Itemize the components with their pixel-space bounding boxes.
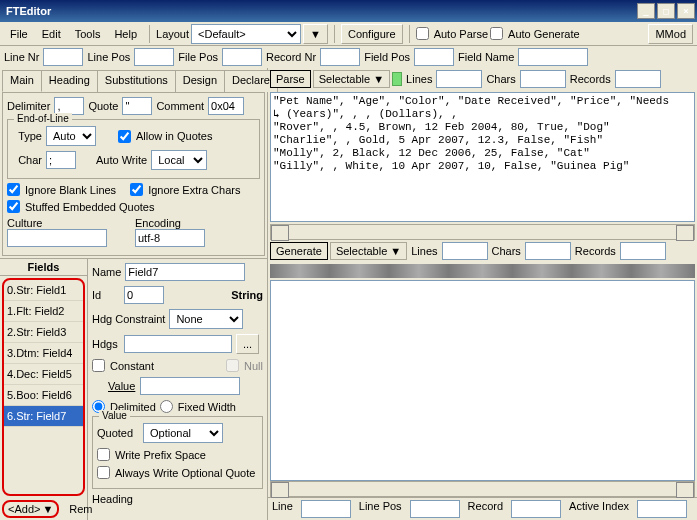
ignoreextra-check[interactable]: Ignore Extra Chars — [130, 183, 240, 196]
name-input[interactable] — [125, 263, 245, 281]
autowrite-select[interactable]: Local — [151, 150, 207, 170]
menu-tools[interactable]: Tools — [69, 26, 107, 42]
tab-subs[interactable]: Substitutions — [97, 70, 176, 92]
selectable-button[interactable]: Selectable ▼ — [313, 70, 390, 88]
list-item[interactable]: 4.Dec: Field5 — [4, 364, 83, 385]
scrollbar-horizontal[interactable] — [270, 481, 695, 497]
wps-check[interactable]: Write Prefix Space — [97, 448, 206, 461]
menu-file[interactable]: File — [4, 26, 34, 42]
mmod-button[interactable]: MMod — [648, 24, 693, 44]
allowquotes-check[interactable]: Allow in Quotes — [118, 130, 212, 143]
menu-help[interactable]: Help — [108, 26, 143, 42]
null-check[interactable]: Null — [226, 359, 263, 372]
comment-input[interactable] — [208, 97, 244, 115]
hdgs-input[interactable] — [124, 335, 232, 353]
left-tabs: Main Heading Substitutions Design Declar… — [2, 70, 265, 92]
quote-input[interactable] — [122, 97, 152, 115]
separator — [334, 25, 335, 43]
fieldname-label: Field Name — [458, 51, 514, 63]
char-label: Char — [12, 154, 42, 166]
encoding-input[interactable] — [135, 229, 205, 247]
layout-select[interactable]: <Default> — [191, 24, 301, 44]
gen-selectable-button[interactable]: Selectable ▼ — [330, 242, 407, 260]
value-group: Value QuotedOptional Write Prefix Space … — [92, 416, 263, 489]
parse-button[interactable]: Parse — [270, 70, 311, 88]
menu-edit[interactable]: Edit — [36, 26, 67, 42]
quoted-label: Quoted — [97, 427, 139, 439]
comment-label: Comment — [156, 100, 204, 112]
autoparse-check[interactable]: Auto Parse — [416, 27, 488, 40]
layout-label: Layout — [156, 28, 189, 40]
linepos-input[interactable] — [134, 48, 174, 66]
char-input[interactable] — [46, 151, 76, 169]
ignoreblank-check[interactable]: Ignore Blank Lines — [7, 183, 116, 196]
parse-textarea[interactable]: "Pet Name", "Age", "Color", "Date Receiv… — [270, 92, 695, 222]
minimize-button[interactable]: _ — [637, 3, 655, 19]
generate-bar: Generate Selectable ▼ Lines Chars Record… — [268, 240, 697, 262]
gen-textarea[interactable] — [270, 280, 695, 481]
scrollbar-horizontal[interactable] — [270, 224, 695, 240]
value-label: Value — [108, 380, 136, 392]
add-button[interactable]: <Add>▼ — [2, 500, 59, 518]
maximize-button[interactable]: □ — [657, 3, 675, 19]
tab-design[interactable]: Design — [175, 70, 225, 92]
culture-input[interactable] — [7, 229, 107, 247]
value-input[interactable] — [140, 377, 240, 395]
type-display: String — [231, 289, 263, 301]
quoted-select[interactable]: Optional — [143, 423, 223, 443]
stuffed-check[interactable]: Stuffed Embedded Quotes — [7, 200, 154, 213]
status-bar: Line Line Pos Record Active Index — [268, 497, 697, 520]
eol-group: End-of-Line Type Auto Allow in Quotes Ch… — [7, 119, 260, 179]
value-group-label: Value — [99, 410, 130, 421]
filepos-label: File Pos — [178, 51, 218, 63]
position-toolbar: Line Nr Line Pos File Pos Record Nr Fiel… — [0, 46, 697, 68]
status-active-input[interactable] — [637, 500, 687, 518]
list-item[interactable]: 1.Flt: Field2 — [4, 301, 83, 322]
awoq-check[interactable]: Always Write Optional Quote — [97, 466, 255, 479]
fields-header: Fields — [0, 259, 87, 276]
quote-label: Quote — [88, 100, 118, 112]
records-input[interactable] — [615, 70, 661, 88]
add-bar: <Add>▼ Rem — [0, 498, 87, 520]
list-item[interactable]: 2.Str: Field3 — [4, 322, 83, 343]
fieldpos-input[interactable] — [414, 48, 454, 66]
list-item[interactable]: 3.Dtm: Field4 — [4, 343, 83, 364]
close-button[interactable]: × — [677, 3, 695, 19]
constant-check[interactable]: Constant — [92, 359, 154, 372]
hdgc-select[interactable]: None — [169, 309, 243, 329]
gen-chars-input[interactable] — [525, 242, 571, 260]
hdgs-button[interactable]: ... — [236, 334, 259, 354]
tab-heading[interactable]: Heading — [41, 70, 98, 92]
field-list[interactable]: 0.Str: Field1 1.Flt: Field2 2.Str: Field… — [2, 278, 85, 496]
tab-main[interactable]: Main — [2, 70, 42, 92]
fixed-radio[interactable]: Fixed Width — [160, 400, 236, 413]
linenr-input[interactable] — [43, 48, 83, 66]
layout-dropdown-button[interactable]: ▼ — [303, 24, 328, 44]
generate-button[interactable]: Generate — [270, 242, 328, 260]
id-input[interactable] — [124, 286, 164, 304]
autogen-check[interactable]: Auto Generate — [490, 27, 580, 40]
gen-lines-input[interactable] — [442, 242, 488, 260]
fieldname-input[interactable] — [518, 48, 588, 66]
lines-input[interactable] — [436, 70, 482, 88]
hdgs-label: Hdgs — [92, 338, 120, 350]
recordnr-input[interactable] — [320, 48, 360, 66]
fields-area: Fields 0.Str: Field1 1.Flt: Field2 2.Str… — [0, 258, 267, 520]
gen-records-input[interactable] — [620, 242, 666, 260]
status-line-input[interactable] — [301, 500, 351, 518]
filepos-input[interactable] — [222, 48, 262, 66]
hdgc-label: Hdg Constraint — [92, 313, 165, 325]
configure-button[interactable]: Configure — [341, 24, 403, 44]
main-tab-body: Delimiter Quote Comment End-of-Line Type… — [2, 92, 265, 256]
autowrite-label: Auto Write — [96, 154, 147, 166]
gen-records-label: Records — [573, 245, 618, 257]
list-item[interactable]: 6.Str: Field7 — [4, 406, 83, 427]
chars-input[interactable] — [520, 70, 566, 88]
linepos-label: Line Pos — [87, 51, 130, 63]
status-record-input[interactable] — [511, 500, 561, 518]
chars-label: Chars — [484, 73, 517, 85]
list-item[interactable]: 5.Boo: Field6 — [4, 385, 83, 406]
type-select[interactable]: Auto — [46, 126, 96, 146]
status-linepos-input[interactable] — [410, 500, 460, 518]
list-item[interactable]: 0.Str: Field1 — [4, 280, 83, 301]
